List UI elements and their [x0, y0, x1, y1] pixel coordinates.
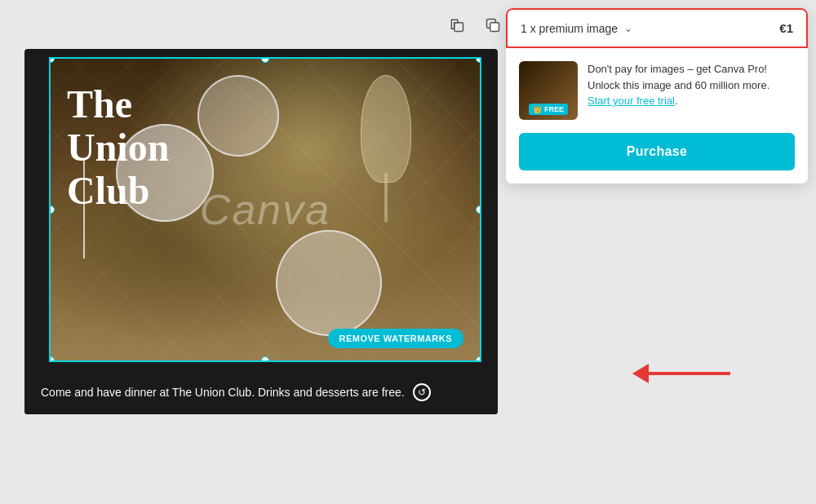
purchase-button[interactable]: Purchase [519, 133, 795, 170]
duplicate-icon[interactable] [480, 12, 506, 38]
handle-top-right[interactable] [476, 57, 481, 63]
popup-body: 👑 FREE Don't pay for images – get Canva … [506, 48, 808, 183]
refresh-icon[interactable]: ↺ [413, 383, 431, 401]
upsell-thumbnail: 👑 FREE [519, 61, 578, 120]
handle-right-mid[interactable] [476, 206, 481, 214]
card-bottom: Come and have dinner at The Union Club. … [24, 370, 498, 414]
free-label: FREE [544, 105, 564, 113]
upsell-text-before: Don't pay for images – get Canva Pro! Un… [588, 63, 769, 91]
crown-icon: 👑 [533, 105, 542, 113]
free-badge: 👑 FREE [529, 104, 568, 115]
image-overlay-text: The Union Club [67, 83, 169, 212]
chevron-down-icon: ⌄ [624, 23, 632, 34]
arrow-line [649, 372, 730, 375]
price-badge: €1 [779, 21, 793, 35]
handle-bottom-right[interactable] [476, 356, 481, 362]
popup-panel: 1 x premium image ⌄ €1 👑 FREE Don't pay … [506, 8, 808, 183]
handle-bottom-mid[interactable] [261, 356, 269, 362]
toolbar [444, 12, 506, 38]
premium-image-label: 1 x premium image [521, 22, 618, 35]
design-card: Canva The Union Club REMOVE WATERMARKS [24, 49, 498, 414]
upsell-card: 👑 FREE Don't pay for images – get Canva … [519, 61, 795, 120]
popup-header-left: 1 x premium image ⌄ [521, 22, 632, 35]
red-arrow [632, 364, 730, 383]
upsell-text-after: . [675, 95, 678, 107]
decorative-line [83, 161, 85, 259]
svg-rect-0 [455, 23, 463, 32]
handle-bottom-left[interactable] [49, 356, 55, 362]
card-description: Come and have dinner at The Union Club. … [41, 384, 405, 401]
remove-watermarks-button[interactable]: REMOVE WATERMARKS [328, 329, 463, 348]
svg-rect-2 [490, 23, 499, 32]
free-trial-link[interactable]: Start your free trial [588, 95, 675, 107]
image-container: Canva The Union Club REMOVE WATERMARKS [24, 57, 498, 362]
popup-header[interactable]: 1 x premium image ⌄ €1 [506, 8, 808, 48]
premium-image: Canva The Union Club REMOVE WATERMARKS [51, 59, 480, 360]
arrow-head [632, 364, 649, 383]
upsell-description: Don't pay for images – get Canva Pro! Un… [588, 61, 795, 120]
title-text: The Union Club [67, 83, 169, 212]
copy-icon[interactable] [444, 12, 470, 38]
selected-image: Canva The Union Club REMOVE WATERMARKS [49, 57, 481, 362]
